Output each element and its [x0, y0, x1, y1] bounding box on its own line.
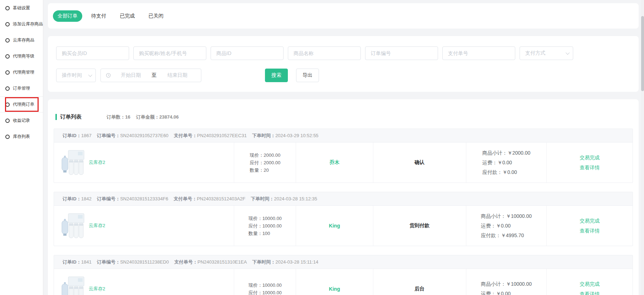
- price-cell: 现价：10000.00 应付：10000.00 数量：100: [234, 206, 296, 246]
- order-header: 订单ID：1841 订单编号：SN2403281511238ED0 支付单号：P…: [54, 255, 633, 269]
- sidebar-item-label: 基础设置: [13, 5, 30, 11]
- export-button[interactable]: 导出: [296, 69, 319, 82]
- order-no-input[interactable]: [365, 46, 438, 60]
- order-body: 云库存2 现价：2000.00 应付：2000.00 数量：20 乔木 确认: [54, 142, 633, 182]
- order-sn-label: 订单编号：: [97, 259, 120, 265]
- sidebar-item-label: 代理商等级: [13, 53, 34, 59]
- order-time-label: 下单时间：: [252, 259, 275, 265]
- totals-cell: 商品小计：￥10000.00 运费：￥0.00 应付款：￥4995.70: [466, 206, 546, 246]
- sidebar-item-label: 代理商订单: [13, 101, 34, 108]
- circle-icon: [5, 135, 10, 139]
- pay-method-cell: 确认: [373, 142, 466, 182]
- price-cell: 现价：2000.00 应付：2000.00 数量：20: [234, 142, 296, 182]
- totals-cell: 商品小计：￥2000.00 运费：￥0.00 应付款：￥0.00: [466, 142, 546, 182]
- buyer-name-input[interactable]: [133, 46, 206, 60]
- pay-method-cell: 后台: [373, 269, 466, 295]
- tab-completed[interactable]: 已完成: [115, 10, 139, 22]
- order-status-text: 交易完成: [580, 279, 600, 289]
- view-detail-link[interactable]: 查看详情: [580, 226, 600, 236]
- order-amount-total: 订单金额：23874.06: [136, 114, 178, 120]
- order-sn-value: SN24032815123334F6: [120, 196, 168, 201]
- sidebar-item-add-cloud-inventory-product[interactable]: 添加云库存商品: [0, 16, 43, 32]
- sidebar-item-basic-settings[interactable]: 基础设置: [0, 0, 43, 16]
- pay-method: 后台: [414, 286, 424, 292]
- product-name-link[interactable]: 云库存2: [89, 159, 105, 166]
- buyer-member-id-input[interactable]: [56, 46, 129, 60]
- subtotal: 商品小计：￥10000.00: [481, 279, 532, 289]
- order-list-title: 订单列表: [60, 114, 82, 120]
- view-detail-link[interactable]: 查看详情: [580, 289, 600, 295]
- sidebar: 基础设置 添加云库存商品 云库存商品 代理商等级 代理商管理 订单管理 代理商订…: [0, 0, 43, 295]
- totals-cell: 商品小计：￥10000.00 运费：￥0.00: [466, 269, 546, 295]
- payment-no-input[interactable]: [442, 46, 515, 60]
- order-id-label: 订单ID：: [63, 196, 81, 202]
- order-list-header: 订单列表 订单数：16 订单金额：23874.06: [55, 114, 633, 120]
- order-id-value: 1867: [81, 133, 92, 138]
- product-name-link[interactable]: 云库存2: [89, 286, 105, 292]
- search-button[interactable]: 搜索: [265, 69, 288, 82]
- product-cell: 云库存2: [54, 206, 234, 246]
- payable-price: 应付：10000.00: [249, 289, 282, 295]
- payment-no-label: 支付单号：: [174, 132, 197, 139]
- payment-no-value: PN240328151310E1EA: [197, 259, 247, 265]
- sidebar-item-order-management[interactable]: 订单管理: [0, 80, 43, 96]
- product-name-link[interactable]: 云库存2: [89, 222, 105, 229]
- end-date-field[interactable]: 结束日期: [159, 72, 196, 79]
- order-time-label: 下单时间：: [251, 196, 274, 202]
- pay-method: 确认: [414, 159, 424, 166]
- order-id-value: 1842: [81, 196, 92, 201]
- product-id-input[interactable]: [211, 46, 284, 60]
- amount-due: 应付款：￥4995.70: [481, 231, 532, 240]
- sidebar-item-label: 代理商管理: [13, 69, 34, 75]
- product-name-input[interactable]: [288, 46, 361, 60]
- view-detail-link[interactable]: 查看详情: [580, 162, 600, 172]
- operate-time-placeholder: 操作时间: [62, 72, 82, 79]
- buyer-cell: 乔木: [296, 142, 373, 182]
- order-sn-label: 订单编号：: [97, 196, 120, 202]
- sidebar-item-agent-management[interactable]: 代理商管理: [0, 64, 43, 80]
- filter-row-2: 操作时间 开始日期 至 结束日期 搜索 导出: [56, 69, 639, 82]
- tab-pending-payment[interactable]: 待支付: [87, 10, 111, 22]
- pay-method: 货到付款: [409, 222, 429, 229]
- order-card: 订单ID：1867 订单编号：SN2403291052737E60 支付单号：P…: [54, 129, 633, 183]
- sidebar-item-inventory-list[interactable]: 库存列表: [0, 129, 43, 145]
- payable-price: 应付：2000.00: [250, 159, 280, 166]
- buyer-name: King: [329, 223, 340, 229]
- payment-method-select[interactable]: 支付方式: [520, 46, 573, 60]
- page-scrollbar: [641, 0, 644, 295]
- tab-all-orders[interactable]: 全部订单: [53, 10, 82, 22]
- chevron-down-icon: [566, 51, 570, 55]
- sidebar-item-cloud-inventory-products[interactable]: 云库存商品: [0, 32, 43, 48]
- tab-closed[interactable]: 已关闭: [144, 10, 168, 22]
- pay-method-cell: 货到付款: [373, 206, 466, 246]
- order-sn-label: 订单编号：: [97, 132, 120, 139]
- sidebar-item-agent-levels[interactable]: 代理商等级: [0, 48, 43, 64]
- main-content: 全部订单 待支付 已完成 已关闭 支付方式 操作时间: [43, 0, 644, 295]
- order-id-label: 订单ID：: [63, 259, 81, 265]
- sidebar-item-label: 收益记录: [13, 118, 30, 124]
- section-accent-bar: [55, 114, 57, 120]
- order-time-label: 下单时间：: [252, 132, 275, 139]
- current-price: 现价：10000.00: [249, 281, 282, 289]
- order-status-text: 交易完成: [580, 152, 600, 162]
- price-cell: 现价：10000.00 应付：10000.00: [234, 269, 296, 295]
- circle-icon: [5, 70, 10, 75]
- order-body: 云库存2 现价：10000.00 应付：10000.00 King 后台 商品: [54, 269, 633, 295]
- sidebar-item-income-records[interactable]: 收益记录: [0, 112, 43, 129]
- order-header: 订单ID：1867 订单编号：SN2403291052737E60 支付单号：P…: [54, 129, 633, 142]
- sidebar-item-agent-orders[interactable]: 代理商订单: [0, 96, 43, 112]
- circle-icon: [5, 22, 10, 26]
- date-separator: 至: [149, 72, 159, 79]
- scrollbar-thumb[interactable]: [641, 16, 644, 91]
- shipping-fee: 运费：￥0.00: [481, 289, 532, 295]
- amount-due: 应付款：￥0.00: [482, 168, 531, 177]
- payment-no-value: PN2403281512403A2F: [197, 196, 245, 201]
- product-cell: 云库存2: [54, 269, 234, 295]
- order-body: 云库存2 现价：10000.00 应付：10000.00 数量：100 King…: [54, 206, 633, 246]
- date-range-picker[interactable]: 开始日期 至 结束日期: [100, 69, 201, 82]
- buyer-name: King: [329, 286, 340, 292]
- operate-time-select[interactable]: 操作时间: [56, 69, 96, 82]
- start-date-field[interactable]: 开始日期: [112, 72, 149, 79]
- sidebar-item-label: 订单管理: [13, 85, 30, 91]
- product-cell: 云库存2: [54, 142, 234, 182]
